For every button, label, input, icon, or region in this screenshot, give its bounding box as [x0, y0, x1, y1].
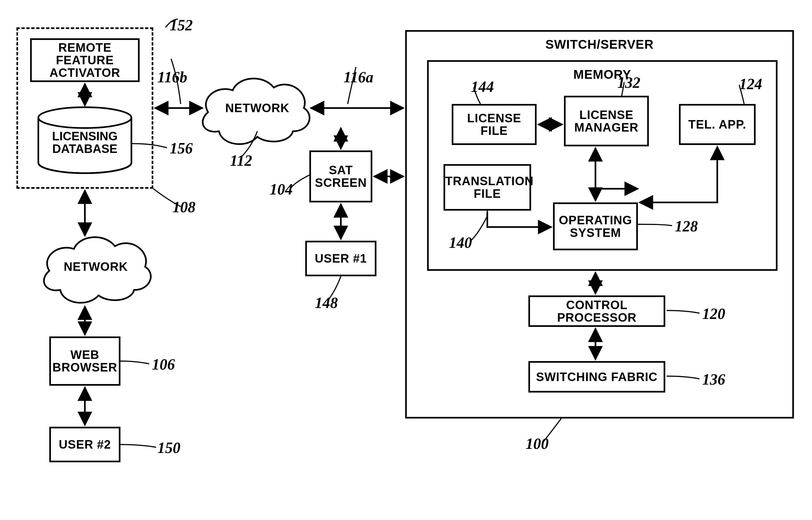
- network-left-label: NETWORK: [55, 260, 137, 274]
- license-manager-label: LICENSE MANAGER: [566, 108, 647, 133]
- ref-100: 100: [526, 435, 549, 452]
- user2-box: USER #2: [49, 427, 120, 462]
- ref-140: 140: [449, 234, 472, 251]
- license-file-box: LICENSE FILE: [452, 104, 537, 145]
- ref-156: 156: [170, 139, 193, 157]
- tel-app-box: TEL. APP.: [679, 104, 756, 145]
- remote-feature-activator-box: REMOTE FEATURE ACTIVATOR: [30, 38, 140, 82]
- ref-128: 128: [675, 217, 698, 235]
- license-file-label: LICENSE FILE: [453, 112, 535, 137]
- ref-120: 120: [702, 305, 725, 322]
- network-top-label: NETWORK: [216, 101, 298, 115]
- tel-app-label: TEL. APP.: [681, 118, 754, 131]
- ref-124: 124: [739, 75, 762, 93]
- ref-104: 104: [270, 181, 293, 198]
- user1-label: USER #1: [307, 252, 375, 265]
- ref-116b: 116b: [157, 69, 187, 86]
- memory-title: MEMORY: [520, 67, 684, 82]
- ref-132: 132: [617, 74, 640, 92]
- user1-box: USER #1: [305, 241, 376, 276]
- ref-150: 150: [157, 439, 180, 457]
- ref-106: 106: [152, 356, 175, 373]
- control-processor-label: CONTROL PROCESSOR: [530, 298, 664, 323]
- ref-152: 152: [170, 17, 193, 34]
- translation-file-label: TRANSLATION FILE: [445, 175, 530, 200]
- control-processor-box: CONTROL PROCESSOR: [528, 295, 665, 327]
- sat-screen-label: SAT SCREEN: [311, 164, 371, 189]
- sat-screen-box: SAT SCREEN: [310, 151, 372, 202]
- operating-system-box: OPERATING SYSTEM: [553, 202, 638, 250]
- ref-136: 136: [702, 371, 725, 388]
- translation-file-box: TRANSLATION FILE: [443, 164, 531, 211]
- license-manager-box: LICENSE MANAGER: [564, 96, 649, 146]
- web-browser-label: WEB BROWSER: [51, 348, 119, 374]
- ref-148: 148: [315, 294, 338, 312]
- switching-fabric-box: SWITCHING FABRIC: [528, 361, 665, 392]
- remote-feature-activator-label: REMOTE FEATURE ACTIVATOR: [32, 41, 138, 79]
- ref-116a: 116a: [344, 69, 373, 86]
- operating-system-label: OPERATING SYSTEM: [555, 214, 636, 239]
- ref-144: 144: [471, 78, 494, 96]
- user2-label: USER #2: [51, 438, 119, 451]
- licensing-database-label: LICENSING DATABASE: [38, 130, 131, 155]
- diagram-stage: REMOTE FEATURE ACTIVATOR LICENSING DATAB…: [0, 0, 812, 520]
- ref-112: 112: [230, 152, 252, 169]
- switching-fabric-label: SWITCHING FABRIC: [530, 370, 664, 383]
- switch-server-title: SWITCH/SERVER: [405, 37, 794, 52]
- web-browser-box: WEB BROWSER: [49, 336, 120, 386]
- ref-108: 108: [172, 198, 195, 216]
